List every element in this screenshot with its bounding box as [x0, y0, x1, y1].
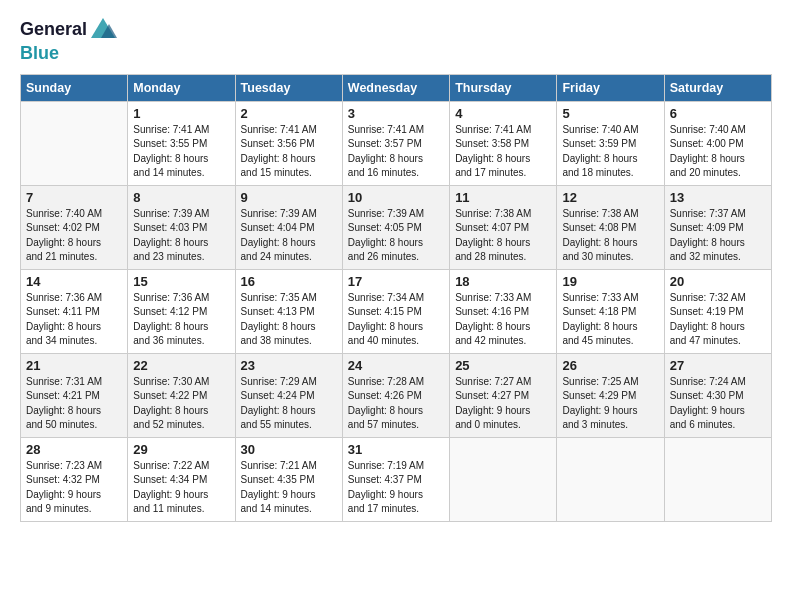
day-info: Sunrise: 7:41 AM Sunset: 3:58 PM Dayligh… [455, 123, 551, 181]
day-cell: 16Sunrise: 7:35 AM Sunset: 4:13 PM Dayli… [235, 269, 342, 353]
day-number: 30 [241, 442, 337, 457]
day-cell: 12Sunrise: 7:38 AM Sunset: 4:08 PM Dayli… [557, 185, 664, 269]
day-cell: 23Sunrise: 7:29 AM Sunset: 4:24 PM Dayli… [235, 353, 342, 437]
day-number: 19 [562, 274, 658, 289]
day-cell: 28Sunrise: 7:23 AM Sunset: 4:32 PM Dayli… [21, 437, 128, 521]
weekday-sunday: Sunday [21, 74, 128, 101]
day-number: 22 [133, 358, 229, 373]
day-number: 29 [133, 442, 229, 457]
day-cell: 21Sunrise: 7:31 AM Sunset: 4:21 PM Dayli… [21, 353, 128, 437]
day-info: Sunrise: 7:41 AM Sunset: 3:57 PM Dayligh… [348, 123, 444, 181]
day-info: Sunrise: 7:39 AM Sunset: 4:04 PM Dayligh… [241, 207, 337, 265]
day-number: 11 [455, 190, 551, 205]
day-number: 18 [455, 274, 551, 289]
day-cell: 26Sunrise: 7:25 AM Sunset: 4:29 PM Dayli… [557, 353, 664, 437]
day-info: Sunrise: 7:24 AM Sunset: 4:30 PM Dayligh… [670, 375, 766, 433]
day-info: Sunrise: 7:37 AM Sunset: 4:09 PM Dayligh… [670, 207, 766, 265]
day-info: Sunrise: 7:33 AM Sunset: 4:18 PM Dayligh… [562, 291, 658, 349]
weekday-thursday: Thursday [450, 74, 557, 101]
day-info: Sunrise: 7:39 AM Sunset: 4:05 PM Dayligh… [348, 207, 444, 265]
day-info: Sunrise: 7:36 AM Sunset: 4:11 PM Dayligh… [26, 291, 122, 349]
day-cell: 15Sunrise: 7:36 AM Sunset: 4:12 PM Dayli… [128, 269, 235, 353]
day-info: Sunrise: 7:32 AM Sunset: 4:19 PM Dayligh… [670, 291, 766, 349]
day-number: 1 [133, 106, 229, 121]
day-cell [557, 437, 664, 521]
day-cell: 3Sunrise: 7:41 AM Sunset: 3:57 PM Daylig… [342, 101, 449, 185]
day-cell: 14Sunrise: 7:36 AM Sunset: 4:11 PM Dayli… [21, 269, 128, 353]
day-number: 20 [670, 274, 766, 289]
week-row-2: 7Sunrise: 7:40 AM Sunset: 4:02 PM Daylig… [21, 185, 772, 269]
day-number: 14 [26, 274, 122, 289]
day-cell: 29Sunrise: 7:22 AM Sunset: 4:34 PM Dayli… [128, 437, 235, 521]
day-number: 7 [26, 190, 122, 205]
day-info: Sunrise: 7:40 AM Sunset: 3:59 PM Dayligh… [562, 123, 658, 181]
weekday-saturday: Saturday [664, 74, 771, 101]
day-info: Sunrise: 7:28 AM Sunset: 4:26 PM Dayligh… [348, 375, 444, 433]
day-info: Sunrise: 7:38 AM Sunset: 4:08 PM Dayligh… [562, 207, 658, 265]
day-cell: 24Sunrise: 7:28 AM Sunset: 4:26 PM Dayli… [342, 353, 449, 437]
day-number: 26 [562, 358, 658, 373]
page: General Blue SundayMondayTuesdayWednesda… [0, 0, 792, 612]
day-cell [450, 437, 557, 521]
day-number: 15 [133, 274, 229, 289]
day-number: 4 [455, 106, 551, 121]
day-number: 24 [348, 358, 444, 373]
logo-text-blue: Blue [20, 44, 59, 64]
day-info: Sunrise: 7:31 AM Sunset: 4:21 PM Dayligh… [26, 375, 122, 433]
day-number: 25 [455, 358, 551, 373]
day-cell: 31Sunrise: 7:19 AM Sunset: 4:37 PM Dayli… [342, 437, 449, 521]
week-row-5: 28Sunrise: 7:23 AM Sunset: 4:32 PM Dayli… [21, 437, 772, 521]
week-row-4: 21Sunrise: 7:31 AM Sunset: 4:21 PM Dayli… [21, 353, 772, 437]
weekday-tuesday: Tuesday [235, 74, 342, 101]
day-number: 16 [241, 274, 337, 289]
day-info: Sunrise: 7:21 AM Sunset: 4:35 PM Dayligh… [241, 459, 337, 517]
weekday-header-row: SundayMondayTuesdayWednesdayThursdayFrid… [21, 74, 772, 101]
day-number: 2 [241, 106, 337, 121]
logo-text-general: General [20, 20, 87, 40]
day-info: Sunrise: 7:22 AM Sunset: 4:34 PM Dayligh… [133, 459, 229, 517]
day-cell: 22Sunrise: 7:30 AM Sunset: 4:22 PM Dayli… [128, 353, 235, 437]
day-number: 12 [562, 190, 658, 205]
day-info: Sunrise: 7:41 AM Sunset: 3:56 PM Dayligh… [241, 123, 337, 181]
day-cell: 20Sunrise: 7:32 AM Sunset: 4:19 PM Dayli… [664, 269, 771, 353]
day-cell: 10Sunrise: 7:39 AM Sunset: 4:05 PM Dayli… [342, 185, 449, 269]
day-number: 3 [348, 106, 444, 121]
day-cell: 9Sunrise: 7:39 AM Sunset: 4:04 PM Daylig… [235, 185, 342, 269]
day-info: Sunrise: 7:41 AM Sunset: 3:55 PM Dayligh… [133, 123, 229, 181]
day-info: Sunrise: 7:36 AM Sunset: 4:12 PM Dayligh… [133, 291, 229, 349]
day-cell: 2Sunrise: 7:41 AM Sunset: 3:56 PM Daylig… [235, 101, 342, 185]
day-number: 31 [348, 442, 444, 457]
day-info: Sunrise: 7:40 AM Sunset: 4:00 PM Dayligh… [670, 123, 766, 181]
logo-icon [89, 16, 117, 44]
day-number: 17 [348, 274, 444, 289]
logo: General Blue [20, 16, 117, 64]
day-number: 6 [670, 106, 766, 121]
day-info: Sunrise: 7:29 AM Sunset: 4:24 PM Dayligh… [241, 375, 337, 433]
day-number: 28 [26, 442, 122, 457]
day-number: 13 [670, 190, 766, 205]
day-info: Sunrise: 7:33 AM Sunset: 4:16 PM Dayligh… [455, 291, 551, 349]
week-row-3: 14Sunrise: 7:36 AM Sunset: 4:11 PM Dayli… [21, 269, 772, 353]
day-cell: 25Sunrise: 7:27 AM Sunset: 4:27 PM Dayli… [450, 353, 557, 437]
day-cell: 1Sunrise: 7:41 AM Sunset: 3:55 PM Daylig… [128, 101, 235, 185]
day-cell: 7Sunrise: 7:40 AM Sunset: 4:02 PM Daylig… [21, 185, 128, 269]
day-cell: 4Sunrise: 7:41 AM Sunset: 3:58 PM Daylig… [450, 101, 557, 185]
week-row-1: 1Sunrise: 7:41 AM Sunset: 3:55 PM Daylig… [21, 101, 772, 185]
day-cell: 27Sunrise: 7:24 AM Sunset: 4:30 PM Dayli… [664, 353, 771, 437]
day-number: 10 [348, 190, 444, 205]
day-number: 21 [26, 358, 122, 373]
weekday-monday: Monday [128, 74, 235, 101]
day-cell: 11Sunrise: 7:38 AM Sunset: 4:07 PM Dayli… [450, 185, 557, 269]
day-cell: 19Sunrise: 7:33 AM Sunset: 4:18 PM Dayli… [557, 269, 664, 353]
day-info: Sunrise: 7:35 AM Sunset: 4:13 PM Dayligh… [241, 291, 337, 349]
day-cell: 6Sunrise: 7:40 AM Sunset: 4:00 PM Daylig… [664, 101, 771, 185]
calendar: SundayMondayTuesdayWednesdayThursdayFrid… [20, 74, 772, 522]
day-number: 9 [241, 190, 337, 205]
day-info: Sunrise: 7:19 AM Sunset: 4:37 PM Dayligh… [348, 459, 444, 517]
day-info: Sunrise: 7:25 AM Sunset: 4:29 PM Dayligh… [562, 375, 658, 433]
header: General Blue [20, 16, 772, 64]
day-number: 8 [133, 190, 229, 205]
day-cell: 17Sunrise: 7:34 AM Sunset: 4:15 PM Dayli… [342, 269, 449, 353]
day-number: 5 [562, 106, 658, 121]
weekday-friday: Friday [557, 74, 664, 101]
